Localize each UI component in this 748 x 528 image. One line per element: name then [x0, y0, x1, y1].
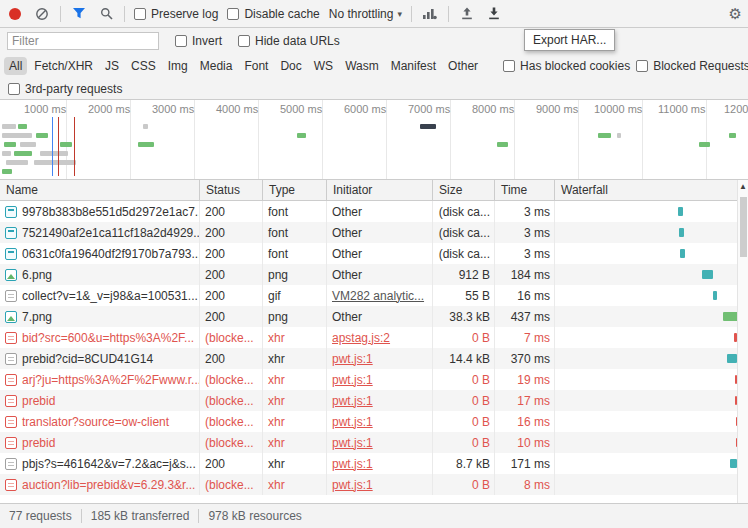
overview-time-label: 1000 ms	[24, 103, 66, 115]
hide-data-urls-label: Hide data URLs	[255, 34, 340, 48]
scrollbar-thumb[interactable]	[740, 197, 747, 257]
cell-time: 10 ms	[495, 432, 555, 453]
request-row[interactable]: bid?src=600&u=https%3A%2F...(blocke...xh…	[0, 327, 748, 348]
filter-chip-other[interactable]: Other	[443, 57, 483, 75]
waterfall-bar	[723, 312, 738, 321]
cell-size: 0 B	[433, 390, 495, 411]
initiator-link[interactable]: pwt.js:1	[332, 373, 373, 387]
request-row[interactable]: 7521490af2e1ca11cf18a2d4929...200fontOth…	[0, 222, 748, 243]
filter-chip-img[interactable]: Img	[163, 57, 193, 75]
scroll-up-icon[interactable]: ▲	[739, 180, 747, 194]
throttling-dropdown[interactable]: No throttling ▾	[329, 7, 402, 21]
file-type-doc-err-icon	[5, 416, 17, 428]
column-header-time[interactable]: Time	[495, 180, 555, 200]
cell-waterfall	[555, 306, 748, 327]
overview-bar	[2, 133, 32, 138]
column-header-type[interactable]: Type	[263, 180, 327, 200]
request-row[interactable]: prebid(blocke...xhrpwt.js:10 B10 ms	[0, 432, 748, 453]
cell-initiator: apstag.js:2	[327, 327, 433, 348]
overview-bar	[14, 151, 32, 156]
request-row[interactable]: 0631c0fa19640df2f9170b7a793...200fontOth…	[0, 243, 748, 264]
blocked-requests-checkbox[interactable]: Blocked Requests	[636, 59, 748, 73]
cell-waterfall	[555, 432, 748, 453]
filter-chip-wasm[interactable]: Wasm	[340, 57, 384, 75]
initiator-link[interactable]: pwt.js:1	[332, 478, 373, 492]
filter-chip-manifest[interactable]: Manifest	[386, 57, 441, 75]
column-header-name[interactable]: Name	[0, 180, 200, 200]
overview-time-label: 2000 ms	[88, 103, 130, 115]
disable-cache-checkbox[interactable]: Disable cache	[227, 7, 319, 21]
column-header-size[interactable]: Size	[433, 180, 495, 200]
cell-size: 14.4 kB	[433, 348, 495, 369]
filter-input[interactable]	[7, 32, 159, 50]
invert-checkbox[interactable]: Invert	[175, 34, 222, 48]
request-name: arj?ju=https%3A%2F%2Fwww.r...	[22, 373, 200, 387]
filter-chip-js[interactable]: JS	[100, 57, 124, 75]
file-type-img-icon	[5, 269, 17, 281]
column-header-status[interactable]: Status	[200, 180, 263, 200]
initiator-link[interactable]: VM282 analytic...	[332, 289, 424, 303]
cell-status: 200	[200, 348, 263, 369]
request-row[interactable]: prebid?cid=8CUD41G14200xhrpwt.js:114.4 k…	[0, 348, 748, 369]
filter-chip-ws[interactable]: WS	[309, 57, 338, 75]
filter-chip-fetchxhr[interactable]: Fetch/XHR	[29, 57, 98, 75]
third-party-checkbox[interactable]: 3rd-party requests	[8, 82, 122, 96]
record-button[interactable]	[6, 5, 24, 23]
settings-gear-button[interactable]: ⚙	[729, 6, 742, 21]
request-row[interactable]: prebid(blocke...xhrpwt.js:10 B17 ms	[0, 390, 748, 411]
cell-status: 200	[200, 222, 263, 243]
search-button[interactable]	[97, 5, 115, 23]
import-har-button[interactable]	[458, 5, 476, 23]
filter-toggle-button[interactable]	[70, 5, 88, 23]
initiator-link[interactable]: pwt.js:1	[332, 457, 373, 471]
has-blocked-cookies-checkbox[interactable]: Has blocked cookies	[503, 59, 630, 73]
preserve-log-checkbox[interactable]: Preserve log	[134, 7, 218, 21]
cell-name: auction?lib=prebid&v=6.29.3&r...	[0, 474, 200, 495]
overview-gridline	[706, 100, 707, 179]
overview-bar	[2, 124, 16, 129]
preserve-log-label: Preserve log	[151, 7, 218, 21]
filter-chip-all[interactable]: All	[4, 57, 27, 75]
cell-type: xhr	[263, 411, 327, 432]
request-row[interactable]: pbjs?s=461642&v=7.2&ac=j&s...200xhrpwt.j…	[0, 453, 748, 474]
filter-chip-font[interactable]: Font	[239, 57, 273, 75]
network-conditions-button[interactable]	[421, 5, 439, 23]
overview-timeline[interactable]: 1000 ms2000 ms3000 ms4000 ms5000 ms6000 …	[0, 100, 748, 180]
hide-data-urls-checkbox[interactable]: Hide data URLs	[238, 34, 340, 48]
request-row[interactable]: 9978b383b8e551d5d2972e1ac7...200fontOthe…	[0, 201, 748, 222]
overview-bar	[497, 142, 508, 147]
request-row[interactable]: 7.png200pngOther38.3 kB437 ms	[0, 306, 748, 327]
cell-time: 16 ms	[495, 285, 555, 306]
initiator-link[interactable]: pwt.js:1	[332, 436, 373, 450]
cell-status: 200	[200, 264, 263, 285]
initiator-link[interactable]: pwt.js:1	[332, 394, 373, 408]
initiator-link[interactable]: pwt.js:1	[332, 352, 373, 366]
initiator-link[interactable]: pwt.js:1	[332, 415, 373, 429]
export-har-button[interactable]	[485, 5, 503, 23]
initiator-link[interactable]: apstag.js:2	[332, 331, 390, 345]
request-row[interactable]: 6.png200pngOther912 B184 ms	[0, 264, 748, 285]
cell-initiator: pwt.js:1	[327, 390, 433, 411]
filter-chip-media[interactable]: Media	[195, 57, 238, 75]
cell-name: collect?v=1&_v=j98&a=100531...	[0, 285, 200, 306]
overview-bar	[420, 124, 436, 129]
overview-bar	[617, 133, 621, 138]
request-row[interactable]: translator?source=ow-client(blocke...xhr…	[0, 411, 748, 432]
clear-button[interactable]	[33, 5, 51, 23]
column-header-waterfall[interactable]: Waterfall	[555, 180, 748, 200]
cell-name: prebid?cid=8CUD41G14	[0, 348, 200, 369]
file-type-doc-icon	[5, 290, 17, 302]
filter-chip-css[interactable]: CSS	[126, 57, 161, 75]
request-row[interactable]: auction?lib=prebid&v=6.29.3&r...(blocke.…	[0, 474, 748, 495]
table-scrollbar[interactable]: ▲	[737, 180, 748, 503]
cell-size: (disk ca...	[433, 243, 495, 264]
cell-time: 171 ms	[495, 453, 555, 474]
checkbox-icon	[503, 60, 515, 72]
cell-status: (blocke...	[200, 432, 263, 453]
cell-time: 184 ms	[495, 264, 555, 285]
cell-waterfall	[555, 411, 748, 432]
request-row[interactable]: arj?ju=https%3A%2F%2Fwww.r...(blocke...x…	[0, 369, 748, 390]
column-header-initiator[interactable]: Initiator	[327, 180, 433, 200]
filter-chip-doc[interactable]: Doc	[275, 57, 306, 75]
request-row[interactable]: collect?v=1&_v=j98&a=100531...200gifVM28…	[0, 285, 748, 306]
